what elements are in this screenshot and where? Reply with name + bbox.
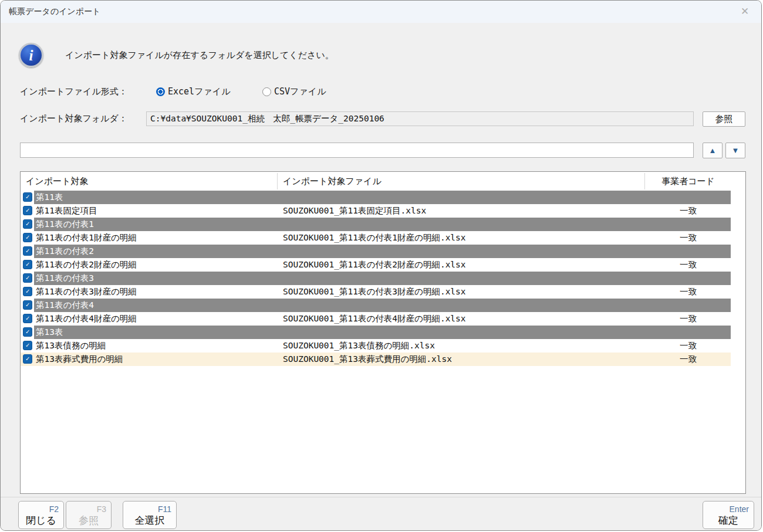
- row-code: 一致: [645, 285, 731, 299]
- row-bar: 第11表の付表2: [34, 245, 731, 258]
- row-target: 第11表の付表3: [36, 272, 94, 285]
- row-checkbox[interactable]: ✓: [23, 341, 32, 350]
- confirm-button-label: 確定: [703, 514, 754, 527]
- fkey-label: F3: [66, 503, 111, 514]
- down-arrow-icon: ▼: [732, 146, 740, 155]
- row-code: 一致: [645, 339, 731, 353]
- import-dialog: 帳票データのインポート ✕ i インポート対象ファイルが存在するフォルダを選択し…: [0, 0, 762, 531]
- row-checkbox[interactable]: ✓: [23, 206, 32, 215]
- confirm-button[interactable]: Enter 確定: [703, 501, 754, 529]
- row-target: 第11表の付表3財産の明細: [36, 285, 137, 299]
- button-label: 参照: [66, 514, 111, 527]
- table-row[interactable]: ✓ SOUZOKU001_第13表債務の明細.xlsx 一致 第13表債務の明細: [21, 339, 731, 353]
- footer-bar: F2 閉じる F3 参照 F11 全選択 Enter 確定: [1, 497, 761, 531]
- row-target: 第11表の付表1: [36, 218, 94, 231]
- radio-icon-excel[interactable]: [156, 87, 165, 96]
- row-target: 第13表葬式費用の明細: [36, 353, 123, 366]
- row-code: 一致: [645, 231, 731, 245]
- row-checkbox[interactable]: ✓: [23, 192, 32, 202]
- row-checkbox[interactable]: ✓: [23, 327, 32, 337]
- row-checkbox[interactable]: ✓: [23, 287, 32, 296]
- table-header: インポート対象 インポート対象ファイル 事業者コード: [21, 172, 745, 191]
- row-file: SOUZOKU001_第13表葬式費用の明細.xlsx: [283, 353, 452, 366]
- row-target: 第11表の付表2: [36, 245, 94, 258]
- fkey-label: F2: [19, 503, 63, 514]
- header-business-code: 事業者コード: [645, 172, 731, 191]
- table-row[interactable]: ✓ 第11表の付表3: [21, 272, 731, 285]
- row-checkbox[interactable]: ✓: [23, 273, 32, 283]
- table-body: ✓ 第11表 ✓ SOUZOKU001_第11表固定項目.xlsx 一致 第11…: [21, 191, 745, 366]
- row-file: SOUZOKU001_第11表固定項目.xlsx: [283, 204, 426, 218]
- table-row[interactable]: ✓ SOUZOKU001_第11表の付表2財産の明細.xlsx 一致 第11表の…: [21, 258, 731, 272]
- radio-label-csv: CSVファイル: [274, 86, 326, 97]
- row-bar: 第11表の付表1: [34, 218, 731, 231]
- row-file: SOUZOKU001_第11表の付表2財産の明細.xlsx: [283, 258, 466, 272]
- import-target-table: インポート対象 インポート対象ファイル 事業者コード ✓ 第11表 ✓ SOUZ…: [20, 171, 746, 494]
- move-up-button[interactable]: ▲: [703, 143, 723, 158]
- table-row[interactable]: ✓ SOUZOKU001_第13表葬式費用の明細.xlsx 一致 第13表葬式費…: [21, 353, 731, 366]
- table-row[interactable]: ✓ SOUZOKU001_第11表の付表3財産の明細.xlsx 一致 第11表の…: [21, 285, 731, 299]
- row-bar: 第11表: [34, 191, 731, 204]
- row-target: 第11表: [36, 191, 63, 204]
- header-import-target: インポート対象: [26, 172, 88, 191]
- radio-option-excel[interactable]: Excelファイル: [156, 85, 231, 98]
- row-file: SOUZOKU001_第13表債務の明細.xlsx: [283, 339, 435, 353]
- radio-icon-csv[interactable]: [262, 87, 271, 96]
- filter-input[interactable]: [20, 143, 694, 158]
- row-checkbox[interactable]: ✓: [23, 233, 32, 242]
- table-row[interactable]: ✓ SOUZOKU001_第11表の付表4財産の明細.xlsx 一致 第11表の…: [21, 312, 731, 326]
- row-checkbox[interactable]: ✓: [23, 246, 32, 256]
- header-divider: [277, 173, 278, 189]
- instruction-message: インポート対象ファイルが存在するフォルダを選択してください。: [65, 50, 334, 61]
- row-bar: 第13表: [34, 326, 731, 339]
- move-down-button[interactable]: ▼: [725, 143, 745, 158]
- row-bar: 第11表の付表3: [34, 272, 731, 285]
- row-target: 第13表債務の明細: [36, 339, 106, 353]
- info-icon: i: [19, 43, 43, 67]
- row-code: 一致: [645, 258, 731, 272]
- function-button[interactable]: F3 参照: [66, 501, 112, 529]
- folder-label: インポート対象フォルダ：: [20, 113, 127, 124]
- browse-button[interactable]: 参照: [703, 111, 745, 127]
- row-bar: 第11表の付表4: [34, 299, 731, 312]
- row-target: 第11表の付表2財産の明細: [36, 258, 137, 272]
- function-button[interactable]: F11 全選択: [123, 501, 177, 529]
- row-target: 第11表の付表4: [36, 299, 94, 312]
- row-checkbox[interactable]: ✓: [23, 314, 32, 323]
- row-target: 第11表固定項目: [36, 204, 97, 218]
- table-row[interactable]: ✓ SOUZOKU001_第11表固定項目.xlsx 一致 第11表固定項目: [21, 204, 731, 218]
- radio-option-csv[interactable]: CSVファイル: [262, 85, 326, 98]
- title-bar: 帳票データのインポート ✕: [1, 1, 761, 23]
- up-arrow-icon: ▲: [709, 146, 717, 155]
- row-checkbox[interactable]: ✓: [23, 260, 32, 269]
- table-row[interactable]: ✓ 第13表: [21, 326, 731, 339]
- row-code: 一致: [645, 204, 731, 218]
- table-row[interactable]: ✓ SOUZOKU001_第11表の付表1財産の明細.xlsx 一致 第11表の…: [21, 231, 731, 245]
- button-label: 閉じる: [19, 514, 63, 527]
- row-checkbox[interactable]: ✓: [23, 300, 32, 310]
- folder-path-field[interactable]: [146, 111, 694, 126]
- header-divider: [644, 173, 645, 189]
- close-icon[interactable]: ✕: [737, 5, 753, 19]
- dialog-title: 帳票データのインポート: [9, 6, 100, 17]
- function-button[interactable]: F2 閉じる: [18, 501, 64, 529]
- radio-label-excel: Excelファイル: [168, 86, 231, 97]
- row-file: SOUZOKU001_第11表の付表4財産の明細.xlsx: [283, 312, 466, 326]
- table-row[interactable]: ✓ 第11表: [21, 191, 731, 204]
- header-import-file: インポート対象ファイル: [283, 172, 382, 191]
- row-target: 第11表の付表4財産の明細: [36, 312, 137, 326]
- row-code: 一致: [645, 353, 731, 366]
- table-row[interactable]: ✓ 第11表の付表2: [21, 245, 731, 258]
- table-row[interactable]: ✓ 第11表の付表4: [21, 299, 731, 312]
- button-label: 全選択: [123, 514, 176, 527]
- table-row[interactable]: ✓ 第11表の付表1: [21, 218, 731, 231]
- row-target: 第13表: [36, 326, 63, 339]
- row-checkbox[interactable]: ✓: [23, 219, 32, 229]
- row-file: SOUZOKU001_第11表の付表1財産の明細.xlsx: [283, 231, 466, 245]
- row-code: 一致: [645, 312, 731, 326]
- format-label: インポートファイル形式：: [20, 86, 127, 97]
- row-checkbox[interactable]: ✓: [23, 354, 32, 364]
- confirm-key-label: Enter: [703, 503, 754, 514]
- row-file: SOUZOKU001_第11表の付表3財産の明細.xlsx: [283, 285, 466, 299]
- row-target: 第11表の付表1財産の明細: [36, 231, 137, 245]
